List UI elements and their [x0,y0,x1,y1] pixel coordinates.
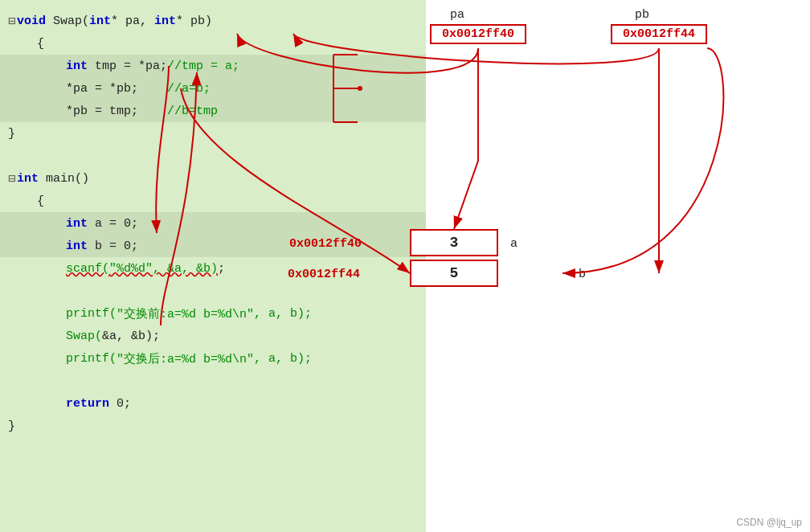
memory-box-a: 3 [410,229,498,256]
memory-box-b: 5 [410,260,498,287]
code-line-3: int tmp = *pa; //tmp = a; [0,55,426,77]
code-line-blank2 [0,280,426,302]
pb-label-top: pb [635,8,649,22]
code-line-8: ⊟ int main() [0,167,426,190]
pa-addr-box-top: 0x0012ff40 [430,24,526,44]
code-line-15: Swap( &a, &b); [0,325,426,347]
code-line-2: { [0,32,426,55]
kw-void: void [17,14,46,28]
code-line-blank3 [0,370,426,392]
code-line-19: } [0,415,426,437]
watermark: CSDN @ljq_up [736,517,802,528]
a-label: a [510,237,518,251]
code-line-6: } [0,122,426,145]
pa-addr-label: 0x0012ff40 [289,237,362,251]
code-line-16: printf( "交换后:a=%d b=%d\n" , a, b); [0,347,426,370]
pb-addr-box-top: 0x0012ff44 [611,24,707,44]
code-line-4: *pa = *pb; //a=b; [0,77,426,100]
code-line-18: return 0; [0,392,426,415]
pa-label-top: pa [450,8,464,22]
code-line-9: { [0,190,426,212]
code-line-blank1 [0,145,426,167]
code-line-11: int b = 0; [0,235,426,257]
code-line-1: ⊟ void Swap( int * pa, int * pb) [0,10,426,32]
code-line-12: scanf( "%d%d" , &a, &b) ; [0,257,426,280]
collapse-icon-2[interactable]: ⊟ [8,171,15,186]
code-line-14: printf( "交换前:a=%d b=%d\n" , a, b); [0,302,426,325]
b-label: b [579,268,586,281]
pb-addr-label: 0x0012ff44 [288,268,360,281]
code-line-5: *pb = tmp; //b=tmp [0,100,426,122]
code-line-10: int a = 0; [0,212,426,235]
collapse-icon-1[interactable]: ⊟ [8,14,15,29]
